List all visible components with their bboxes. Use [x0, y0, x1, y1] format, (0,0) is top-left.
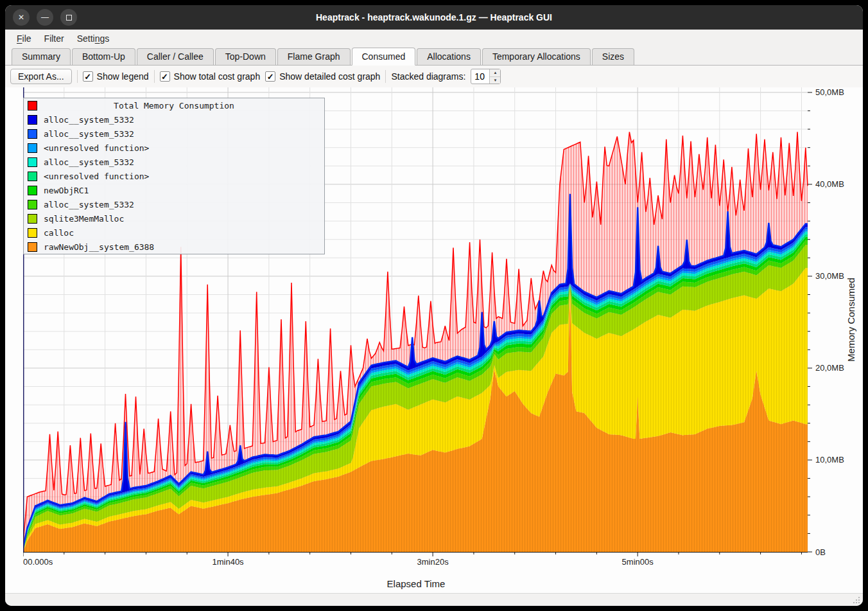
menubar: FileFilterSettings — [5, 30, 863, 48]
toolbar-separator — [77, 70, 78, 83]
checkbox-checked-icon: ✓ — [83, 71, 93, 82]
resize-grip-icon[interactable] — [853, 596, 860, 604]
show-total-cost-label: Show total cost graph — [174, 71, 261, 82]
legend-color-swatch — [28, 228, 37, 238]
show-legend-label: Show legend — [97, 71, 149, 82]
legend-item: alloc__system_5332 — [24, 155, 324, 169]
close-icon: ✕ — [18, 13, 24, 22]
legend-label: newObjRC1 — [44, 186, 89, 195]
legend-color-swatch — [28, 143, 37, 153]
legend-label: <unresolved function> — [44, 172, 149, 181]
checkbox-checked-icon: ✓ — [160, 71, 170, 82]
y-axis-title: Memory Consumed — [846, 278, 856, 362]
close-button[interactable]: ✕ — [13, 9, 30, 26]
tab-bottom-up[interactable]: Bottom-Up — [72, 48, 135, 66]
legend-label: calloc — [44, 228, 74, 238]
show-detailed-cost-label: Show detailed cost graph — [279, 71, 380, 82]
legend-color-swatch — [28, 242, 37, 252]
tab-top-down[interactable]: Top-Down — [215, 48, 276, 66]
export-as-button[interactable]: Export As... — [10, 69, 72, 84]
show-legend-checkbox[interactable]: ✓ Show legend — [83, 71, 149, 82]
tab-temporary-allocations[interactable]: Temporary Allocations — [482, 48, 591, 66]
legend-item: alloc__system_5332 — [24, 127, 324, 141]
window-title: Heaptrack - heaptrack.wakunode.1.gz — He… — [5, 12, 863, 22]
minimize-button[interactable]: — — [37, 9, 53, 26]
legend-item: <unresolved function> — [24, 169, 324, 183]
legend-item: newObjRC1 — [24, 183, 324, 197]
tab-sizes[interactable]: Sizes — [592, 48, 634, 66]
legend-item: alloc__system_5332 — [24, 197, 324, 211]
legend-item: calloc — [24, 226, 324, 240]
svg-text:0B: 0B — [815, 547, 826, 557]
maximize-icon — [66, 15, 72, 21]
checkbox-checked-icon: ✓ — [265, 71, 275, 82]
legend-item: alloc__system_5332 — [24, 112, 324, 127]
spin-up-icon[interactable]: ▲ — [490, 69, 500, 77]
toolbar-separator — [154, 70, 155, 83]
spin-down-icon[interactable]: ▼ — [490, 77, 500, 84]
legend-label: alloc__system_5332 — [44, 129, 134, 139]
toolbar-separator — [385, 70, 386, 83]
stacked-diagrams-spinbox[interactable]: ▲ ▼ — [471, 69, 501, 84]
legend-color-swatch — [28, 214, 37, 224]
y-axis-title-wrap: Memory Consumed — [840, 87, 862, 552]
stacked-diagrams-input[interactable] — [471, 69, 489, 84]
legend-item: rawNewObj__system_6388 — [24, 240, 324, 254]
tab-allocations[interactable]: Allocations — [417, 48, 481, 66]
show-total-cost-checkbox[interactable]: ✓ Show total cost graph — [160, 71, 261, 82]
tab-flame-graph[interactable]: Flame Graph — [277, 48, 351, 66]
legend-label: sqlite3MemMalloc — [44, 214, 124, 224]
app-window: ✕ — Heaptrack - heaptrack.wakunode.1.gz … — [5, 5, 863, 606]
legend-color-swatch — [28, 172, 37, 181]
svg-text:1min40s: 1min40s — [212, 557, 244, 567]
legend-color-swatch — [28, 115, 37, 125]
toolbar: Export As... ✓ Show legend ✓ Show total … — [5, 66, 863, 87]
legend-label: <unresolved function> — [44, 143, 149, 153]
legend-color-swatch — [28, 129, 37, 139]
stacked-diagrams-label: Stacked diagrams: — [391, 71, 465, 82]
tab-bar: SummaryBottom-UpCaller / CalleeTop-DownF… — [5, 48, 863, 66]
tab-summary[interactable]: Summary — [12, 48, 71, 66]
legend-label: rawNewObj__system_6388 — [44, 242, 154, 252]
maximize-button[interactable] — [60, 9, 77, 26]
legend-color-swatch — [28, 101, 37, 111]
status-bar — [5, 593, 863, 606]
legend-label: Total Memory Consumption — [44, 101, 324, 111]
menu-filter[interactable]: Filter — [38, 31, 71, 46]
svg-text:3min20s: 3min20s — [417, 557, 449, 567]
chart-panel: 00.000s1min40s3min20s5min00s0B10,0MB20,0… — [5, 87, 863, 593]
legend-label: alloc__system_5332 — [44, 200, 134, 209]
minimize-icon: — — [41, 13, 49, 22]
tab-consumed[interactable]: Consumed — [352, 48, 416, 66]
svg-text:5min00s: 5min00s — [622, 557, 654, 567]
legend-item: Total Memory Consumption — [24, 98, 324, 112]
svg-text:00.000s: 00.000s — [23, 557, 53, 567]
legend-item: sqlite3MemMalloc — [24, 211, 324, 226]
show-detailed-cost-checkbox[interactable]: ✓ Show detailed cost graph — [265, 71, 380, 82]
chart-legend[interactable]: Total Memory Consumptionalloc__system_53… — [23, 98, 325, 254]
legend-color-swatch — [28, 186, 37, 195]
legend-color-swatch — [28, 157, 37, 167]
tab-caller-callee[interactable]: Caller / Callee — [137, 48, 214, 66]
legend-color-swatch — [28, 200, 37, 209]
legend-label: alloc__system_5332 — [44, 157, 134, 167]
legend-item: <unresolved function> — [24, 141, 324, 155]
menu-file[interactable]: File — [10, 31, 38, 46]
titlebar: ✕ — Heaptrack - heaptrack.wakunode.1.gz … — [5, 5, 863, 30]
x-axis-title: Elapsed Time — [5, 578, 827, 589]
menu-settings[interactable]: Settings — [71, 31, 116, 46]
legend-label: alloc__system_5332 — [44, 115, 134, 125]
